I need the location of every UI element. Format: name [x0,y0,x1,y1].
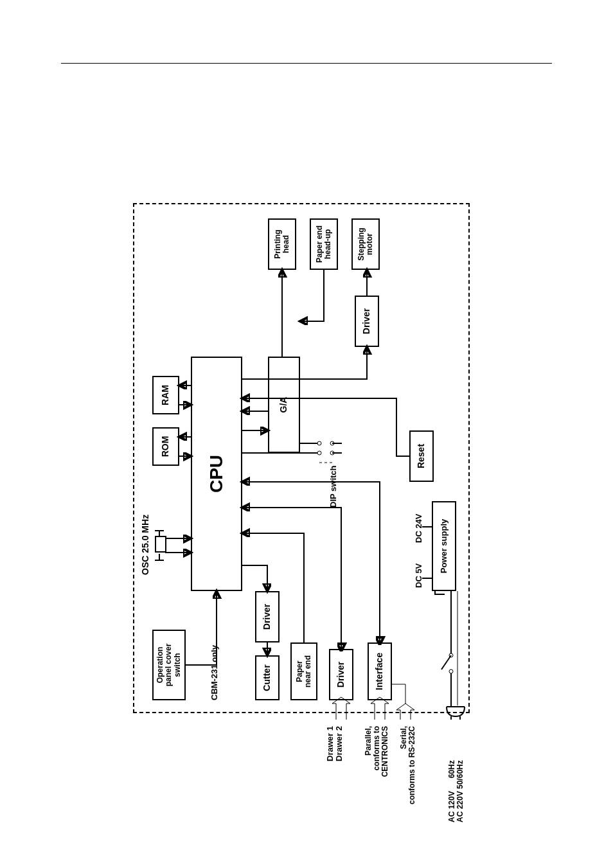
driver-drawer-box: Driver [329,649,353,700]
driver-left-box: Driver [255,591,280,642]
parallel-label: Parallel, conforms to CENTRONICS [364,726,390,822]
paper-near-end-box: Paper near end [290,642,317,700]
block-diagram: OSC 25.0 MHz Operation panel cover switc… [127,141,486,720]
ga-box: G/A [268,357,300,453]
driver-motor-box: Driver [355,296,379,347]
osc-label: OSC 25.0 MHz [141,515,150,575]
stepping-motor-box: Stepping motor [351,218,380,270]
interface-box: Interface [368,642,392,700]
cbm-label: CBM-231 only [210,645,219,700]
paper-end-box: Paper end head-up [310,218,338,270]
cpu-box: CPU [191,357,242,591]
dip-label: DIP switch [329,465,338,508]
osc-crystal-icon [155,536,166,553]
cutter-box: Cutter [255,655,280,700]
ram-box: RAM [152,376,179,414]
ac-label: AC 120V 60Hz AC 220V 50/60Hz [448,713,465,822]
op-panel-box: Operation panel cover switch [152,630,186,700]
horizontal-rule [61,63,552,64]
dc24-label: DC 24V [414,513,423,543]
rom-box: ROM [152,427,179,466]
power-supply-box: Power supply [432,501,456,591]
drawer-label: Drawer 1 Drawer 2 [326,726,344,797]
dc5-label: DC 5V [414,563,423,588]
serial-label: Serial, conforms to RS-232C [400,726,416,855]
printing-head-box: Printing head [268,218,296,270]
reset-box: Reset [409,430,434,482]
